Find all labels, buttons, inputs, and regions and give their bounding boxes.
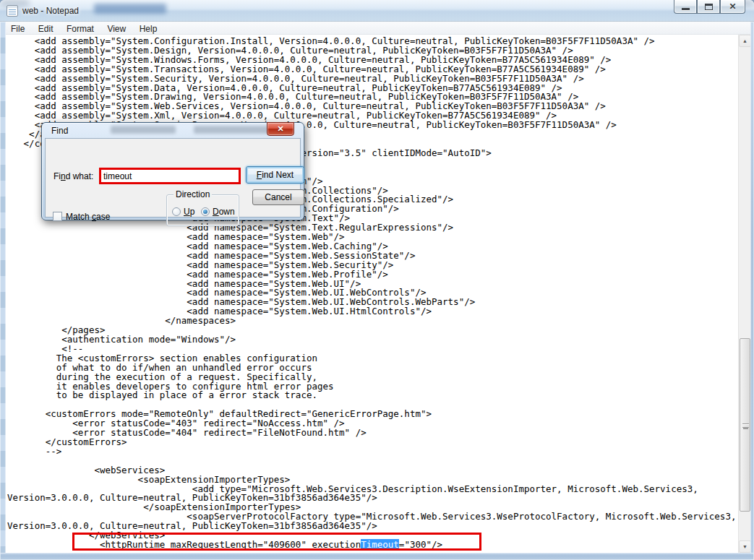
menu-file[interactable]: File (6, 22, 30, 35)
minimize-icon (682, 8, 690, 10)
notepad-window: web - Notepad ✕ File Edit Format View He… (0, 0, 754, 560)
annotation-rectangle-find-input (99, 168, 241, 184)
annotation-rectangle-httpruntime (72, 533, 481, 551)
direction-label: Direction (173, 189, 212, 199)
vertical-scrollbar[interactable]: ▲ ▼ (738, 35, 750, 553)
window-border-bottom (0, 553, 754, 560)
menu-edit[interactable]: Edit (33, 22, 59, 35)
background-artifact (94, 4, 166, 14)
scrollbar-grip-icon (742, 423, 749, 428)
match-case-label[interactable]: Match case (66, 212, 110, 222)
find-next-button[interactable]: Find Next (246, 166, 304, 184)
cancel-button[interactable]: Cancel (252, 189, 304, 205)
menu-view[interactable]: View (102, 22, 131, 35)
title-bar[interactable]: web - Notepad ✕ (0, 0, 754, 22)
window-border-left (0, 22, 6, 560)
direction-up-label[interactable]: Up (184, 207, 194, 217)
scroll-up-arrow-icon[interactable]: ▲ (739, 35, 751, 47)
close-icon: ✕ (721, 1, 745, 12)
background-artifact (111, 126, 176, 134)
match-case-checkbox[interactable] (53, 212, 62, 221)
scroll-down-arrow-icon[interactable]: ▼ (739, 540, 751, 553)
find-what-input[interactable] (103, 171, 236, 181)
document-text: <add assembly="System.Configuration.Inst… (7, 37, 736, 550)
text-area[interactable]: <add assembly="System.Configuration.Inst… (6, 35, 738, 553)
minimize-button[interactable] (674, 0, 697, 14)
menu-bar: File Edit Format View Help (6, 22, 750, 35)
window-border-right (750, 22, 754, 560)
notepad-icon (7, 5, 18, 17)
document-body: <add assembly="System.Configuration.Inst… (7, 35, 736, 540)
scrollbar-thumb[interactable] (740, 338, 750, 512)
find-dialog[interactable]: Find ✕ Find what: Find Next Cancel Direc… (41, 122, 304, 220)
find-what-label: Find what: (53, 171, 93, 181)
direction-down-radio[interactable] (201, 207, 210, 216)
direction-up-radio[interactable] (172, 207, 181, 216)
find-dialog-title: Find (51, 126, 68, 136)
direction-group: Direction Up Down (166, 194, 239, 226)
direction-down-label[interactable]: Down (213, 207, 235, 217)
menu-help[interactable]: Help (134, 22, 163, 35)
maximize-icon (705, 4, 713, 10)
close-button[interactable]: ✕ (720, 0, 745, 14)
window-title: web - Notepad (22, 6, 79, 16)
caption-buttons: ✕ (674, 0, 745, 14)
maximize-button[interactable] (697, 0, 720, 14)
menu-format[interactable]: Format (61, 22, 99, 35)
dialog-close-button[interactable]: ✕ (267, 122, 294, 136)
find-dialog-body: Find what: Find Next Cancel Direction Up… (45, 138, 301, 217)
close-icon: ✕ (277, 124, 283, 133)
